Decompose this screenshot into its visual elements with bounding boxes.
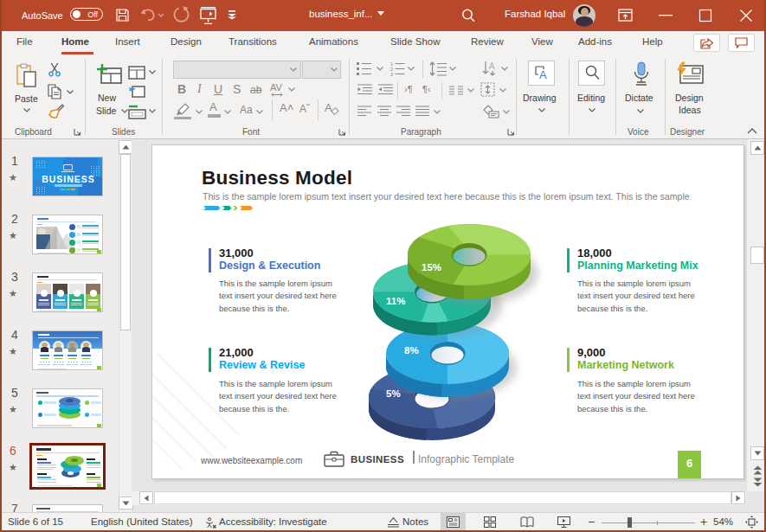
svg-text:A: A: [325, 101, 332, 114]
svg-text:11%: 11%: [386, 296, 405, 306]
svg-text:3: 3: [390, 72, 393, 76]
svg-text:AV: AV: [270, 83, 283, 93]
svg-text:A: A: [489, 61, 495, 71]
svg-text:8%: 8%: [404, 345, 419, 356]
svg-text:A: A: [539, 68, 547, 80]
svg-text:15%: 15%: [422, 262, 441, 272]
svg-text:5%: 5%: [386, 388, 401, 399]
